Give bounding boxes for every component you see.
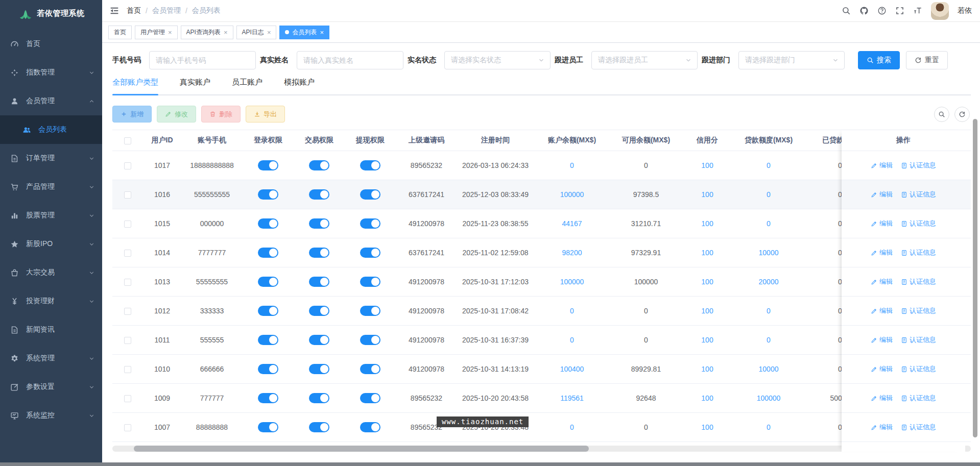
login-permission-toggle[interactable] xyxy=(258,364,278,374)
row-checkbox[interactable] xyxy=(124,337,131,344)
account-balance[interactable]: 0 xyxy=(534,423,610,431)
sidebar-item[interactable]: 会员列表 xyxy=(0,115,102,144)
hide-search-button[interactable] xyxy=(934,107,949,122)
trade-permission-toggle[interactable] xyxy=(309,364,329,374)
login-permission-toggle[interactable] xyxy=(258,422,278,432)
breadcrumb-item[interactable]: 会员列表 xyxy=(192,6,221,15)
edit-link[interactable]: 编辑 xyxy=(871,306,893,315)
account-tab[interactable]: 员工账户 xyxy=(232,78,262,94)
sidebar-item[interactable]: 投资理财 xyxy=(0,287,102,315)
login-permission-toggle[interactable] xyxy=(258,306,278,316)
loan-quota[interactable]: 0 xyxy=(733,161,804,169)
account-balance[interactable]: 98200 xyxy=(534,249,610,257)
row-checkbox[interactable] xyxy=(124,162,131,169)
staff-select[interactable]: 请选择跟进员工 xyxy=(591,51,698,69)
credit-score[interactable]: 100 xyxy=(682,190,733,199)
search-icon[interactable] xyxy=(842,6,851,15)
credit-score[interactable]: 100 xyxy=(682,394,733,402)
loan-quota[interactable]: 0 xyxy=(733,219,804,228)
cert-info-link[interactable]: 认证信息 xyxy=(901,335,936,345)
trade-permission-toggle[interactable] xyxy=(309,422,329,432)
sidebar-item[interactable]: 订单管理 xyxy=(0,144,102,173)
credit-score[interactable]: 100 xyxy=(682,219,733,228)
breadcrumb-item[interactable]: 首页 xyxy=(127,6,141,15)
tag-close-icon[interactable]: × xyxy=(267,29,271,36)
sidebar-item[interactable]: 股票管理 xyxy=(0,201,102,230)
withdraw-permission-toggle[interactable] xyxy=(360,393,380,403)
cert-info-link[interactable]: 认证信息 xyxy=(901,394,936,403)
account-balance[interactable]: 44167 xyxy=(534,219,610,228)
login-permission-toggle[interactable] xyxy=(258,335,278,345)
login-permission-toggle[interactable] xyxy=(258,218,278,229)
trade-permission-toggle[interactable] xyxy=(309,218,329,229)
account-balance[interactable]: 119561 xyxy=(534,394,610,402)
tag[interactable]: 会员列表 × xyxy=(279,26,329,39)
cert-info-link[interactable]: 认证信息 xyxy=(901,248,936,257)
row-checkbox[interactable] xyxy=(124,220,131,228)
login-permission-toggle[interactable] xyxy=(258,277,278,287)
tag[interactable]: 首页 xyxy=(108,26,132,39)
sidebar-item[interactable]: 会员管理 xyxy=(0,87,102,115)
tag[interactable]: API查询列表 × xyxy=(181,26,233,39)
edit-link[interactable]: 编辑 xyxy=(871,190,893,199)
tag-close-icon[interactable]: × xyxy=(320,29,324,36)
breadcrumb-item[interactable]: 会员管理 xyxy=(152,6,181,15)
edit-link[interactable]: 编辑 xyxy=(871,277,893,286)
credit-score[interactable]: 100 xyxy=(682,365,733,373)
credit-score[interactable]: 100 xyxy=(682,278,733,286)
delete-button[interactable]: 删除 xyxy=(201,106,241,122)
row-checkbox[interactable] xyxy=(124,395,131,402)
select-all-checkbox[interactable] xyxy=(124,137,131,144)
login-permission-toggle[interactable] xyxy=(258,248,278,258)
cert-info-link[interactable]: 认证信息 xyxy=(901,219,936,228)
sidebar-item[interactable]: 首页 xyxy=(0,30,102,58)
withdraw-permission-toggle[interactable] xyxy=(360,364,380,374)
row-checkbox[interactable] xyxy=(124,279,131,286)
add-button[interactable]: 新增 xyxy=(112,106,152,122)
edit-link[interactable]: 编辑 xyxy=(871,335,893,345)
loan-quota[interactable]: 10000 xyxy=(733,365,804,373)
edit-link[interactable]: 编辑 xyxy=(871,219,893,228)
sidebar-item[interactable]: 系统管理 xyxy=(0,344,102,373)
tag[interactable]: 用户管理 × xyxy=(135,26,178,39)
username[interactable]: 若依 xyxy=(958,6,972,15)
withdraw-permission-toggle[interactable] xyxy=(360,335,380,345)
phone-input[interactable] xyxy=(149,51,256,69)
row-checkbox[interactable] xyxy=(124,250,131,257)
credit-score[interactable]: 100 xyxy=(682,161,733,169)
withdraw-permission-toggle[interactable] xyxy=(360,422,380,432)
font-size-icon[interactable] xyxy=(913,6,922,15)
loan-quota[interactable]: 20000 xyxy=(733,278,804,286)
account-balance[interactable]: 100000 xyxy=(534,278,610,286)
credit-score[interactable]: 100 xyxy=(682,423,733,431)
reset-button[interactable]: 重置 xyxy=(906,51,948,69)
sidebar-item[interactable]: 参数设置 xyxy=(0,373,102,401)
withdraw-permission-toggle[interactable] xyxy=(360,189,380,200)
trade-permission-toggle[interactable] xyxy=(309,277,329,287)
withdraw-permission-toggle[interactable] xyxy=(360,160,380,170)
account-balance[interactable]: 0 xyxy=(534,336,610,344)
account-balance[interactable]: 100000 xyxy=(534,190,610,199)
sidebar-item[interactable]: 产品管理 xyxy=(0,173,102,201)
sidebar-item[interactable]: 新闻资讯 xyxy=(0,315,102,344)
tag[interactable]: API日志 × xyxy=(236,26,277,39)
account-tab[interactable]: 真实账户 xyxy=(180,78,210,94)
scrollbar-thumb[interactable] xyxy=(134,446,589,452)
cert-info-link[interactable]: 认证信息 xyxy=(901,306,936,315)
trade-permission-toggle[interactable] xyxy=(309,393,329,403)
vertical-scrollbar-thumb[interactable] xyxy=(973,119,977,437)
login-permission-toggle[interactable] xyxy=(258,189,278,200)
cert-info-link[interactable]: 认证信息 xyxy=(901,161,936,170)
trade-permission-toggle[interactable] xyxy=(309,248,329,258)
refresh-table-button[interactable] xyxy=(954,107,970,122)
withdraw-permission-toggle[interactable] xyxy=(360,277,380,287)
github-icon[interactable] xyxy=(859,6,869,15)
login-permission-toggle[interactable] xyxy=(258,393,278,403)
loan-quota[interactable]: 0 xyxy=(733,190,804,199)
trade-permission-toggle[interactable] xyxy=(309,189,329,200)
withdraw-permission-toggle[interactable] xyxy=(360,306,380,316)
tag-close-icon[interactable]: × xyxy=(224,29,228,36)
withdraw-permission-toggle[interactable] xyxy=(360,248,380,258)
trade-permission-toggle[interactable] xyxy=(309,335,329,345)
sidebar-item[interactable]: 指数管理 xyxy=(0,58,102,87)
